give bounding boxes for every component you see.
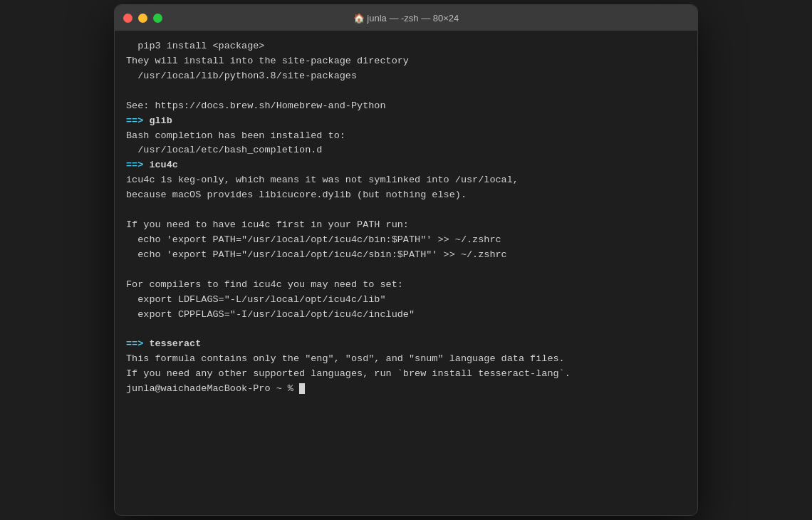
- terminal-line-arrow-glib: ==> glib: [126, 114, 686, 129]
- terminal-line-arrow-tesseract: ==> tesseract: [126, 337, 686, 352]
- package-name: glib: [143, 115, 172, 126]
- terminal-line: export CPPFLAGS="-I/usr/local/opt/icu4c/…: [126, 308, 686, 323]
- terminal-line: See: https://docs.brew.sh/Homebrew-and-P…: [126, 99, 686, 114]
- package-name: tesseract: [143, 338, 201, 349]
- arrow-icon: ==>: [126, 338, 143, 349]
- terminal-line: pip3 install <package>: [126, 39, 686, 54]
- terminal-line: echo 'export PATH="/usr/local/opt/icu4c/…: [126, 233, 686, 248]
- package-name: icu4c: [143, 160, 178, 170]
- maximize-button[interactable]: [153, 14, 162, 23]
- terminal-line: If you need to have icu4c first in your …: [126, 218, 686, 233]
- cursor: [299, 383, 305, 394]
- empty-line: [126, 84, 686, 99]
- window-title: 🏠 junla — -zsh — 80×24: [353, 13, 459, 24]
- terminal-window: 🏠 junla — -zsh — 80×24 pip3 install <pac…: [114, 4, 698, 516]
- arrow-icon: ==>: [126, 115, 143, 126]
- title-bar: 🏠 junla — -zsh — 80×24: [115, 5, 697, 31]
- terminal-prompt[interactable]: junla@waichadeMacBook-Pro ~ %: [126, 382, 686, 397]
- terminal-line: because macOS provides libicucore.dylib …: [126, 188, 686, 203]
- terminal-line: icu4c is keg-only, which means it was no…: [126, 173, 686, 188]
- terminal-line: /usr/local/etc/bash_completion.d: [126, 143, 686, 158]
- empty-line: [126, 323, 686, 338]
- terminal-line: /usr/local/lib/python3.8/site-packages: [126, 69, 686, 84]
- terminal-line-arrow-icu4c: ==> icu4c: [126, 158, 686, 173]
- traffic-lights: [123, 14, 162, 23]
- terminal-line: This formula contains only the "eng", "o…: [126, 352, 686, 367]
- terminal-line: If you need any other supported language…: [126, 367, 686, 382]
- terminal-line: echo 'export PATH="/usr/local/opt/icu4c/…: [126, 248, 686, 263]
- terminal-line: For compilers to find icu4c you may need…: [126, 278, 686, 293]
- empty-line: [126, 263, 686, 278]
- close-button[interactable]: [123, 14, 132, 23]
- empty-line: [126, 203, 686, 218]
- terminal-line: export LDFLAGS="-L/usr/local/opt/icu4c/l…: [126, 293, 686, 308]
- arrow-icon: ==>: [126, 160, 143, 170]
- minimize-button[interactable]: [138, 14, 147, 23]
- terminal-body[interactable]: pip3 install <package> They will install…: [115, 31, 697, 515]
- terminal-line: Bash completion has been installed to:: [126, 129, 686, 144]
- terminal-line: They will install into the site-package …: [126, 54, 686, 69]
